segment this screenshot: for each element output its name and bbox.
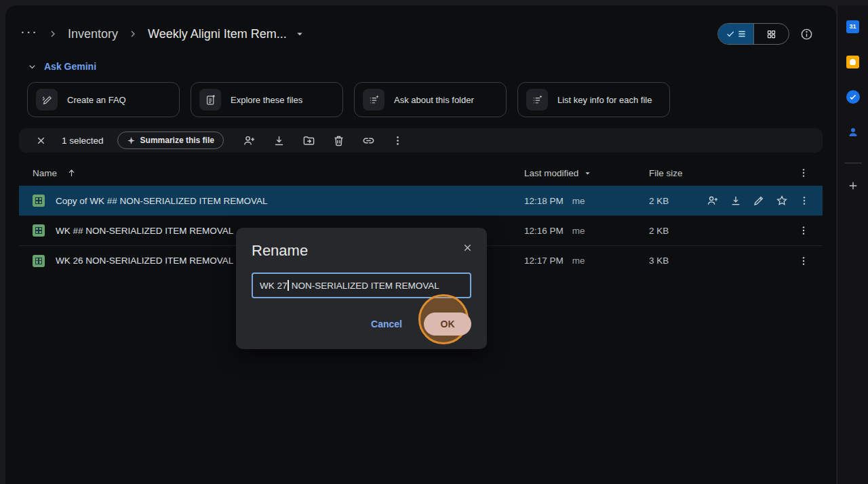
plus-icon	[847, 180, 859, 192]
chip-create-faq[interactable]: Create an FAQ	[27, 82, 180, 117]
pen-spark-icon	[36, 89, 58, 110]
dialog-title: Rename	[252, 242, 308, 260]
selection-toolbar: 1 selected Summarize this file	[19, 128, 823, 153]
view-toggle	[717, 23, 789, 45]
cancel-button[interactable]: Cancel	[371, 319, 402, 329]
star-icon[interactable]	[776, 195, 788, 207]
sparkle-icon	[127, 136, 136, 145]
contacts-app-icon[interactable]	[843, 122, 863, 142]
size-header-label: File size	[649, 168, 683, 178]
download-icon[interactable]	[273, 134, 285, 147]
rename-icon[interactable]	[753, 195, 765, 207]
ask-gemini-toggle[interactable]: Ask Gemini	[27, 61, 96, 72]
file-size: 3 KB	[642, 256, 707, 266]
get-add-ons-button[interactable]	[843, 176, 863, 196]
move-icon[interactable]	[302, 134, 315, 147]
grid-view-button[interactable]	[753, 24, 789, 44]
sort-ascending-icon	[66, 168, 77, 178]
chevron-right-icon	[127, 28, 138, 39]
name-header-label: Name	[33, 168, 57, 178]
file-owner: me	[572, 226, 585, 236]
selection-count: 1 selected	[62, 136, 104, 146]
summarize-label: Summarize this file	[140, 136, 214, 145]
file-size-header[interactable]: File size	[642, 168, 707, 178]
share-icon[interactable]	[243, 134, 256, 147]
sheets-file-icon	[33, 255, 45, 267]
caret-down-icon	[583, 168, 593, 178]
rename-dialog: Rename WK 27 NON-SERIALIZED ITEM REMOVAL…	[236, 228, 487, 349]
more-icon[interactable]	[799, 195, 810, 206]
workspace-side-rail: 31	[837, 5, 868, 484]
file-row-selected[interactable]: Copy of WK ## NON-SERIALIZED ITEM REMOVA…	[19, 186, 823, 216]
link-icon[interactable]	[362, 134, 375, 147]
file-owner: me	[572, 196, 585, 206]
rename-input[interactable]: WK 27 NON-SERIALIZED ITEM REMOVAL	[252, 273, 471, 298]
more-icon[interactable]	[798, 167, 809, 178]
chip-label: Ask about this folder	[394, 95, 474, 105]
breadcrumb-more-button[interactable]: ···	[20, 28, 38, 40]
share-icon[interactable]	[707, 195, 719, 207]
list-view-icon	[737, 29, 747, 39]
summarize-file-button[interactable]: Summarize this file	[117, 132, 224, 149]
input-text-after-cursor: NON-SERIALIZED ITEM REMOVAL	[289, 281, 439, 291]
calendar-app-icon[interactable]: 31	[843, 16, 863, 37]
file-owner: me	[572, 256, 585, 266]
file-modified: 12:18 PMme	[517, 196, 642, 206]
folder-menu-caret-icon[interactable]	[294, 28, 306, 40]
keep-icon	[846, 56, 859, 68]
rail-divider	[844, 163, 862, 163]
breadcrumb-parent[interactable]: Inventory	[68, 27, 118, 41]
input-text-before-cursor: WK 27	[260, 281, 288, 291]
list-view-button[interactable]	[718, 24, 753, 44]
file-spark-icon	[199, 89, 221, 110]
modified-header-label: Last modified	[524, 168, 578, 178]
tasks-icon	[846, 90, 860, 104]
more-icon[interactable]	[392, 135, 403, 146]
last-modified-header[interactable]: Last modified	[517, 168, 642, 178]
check-icon	[726, 29, 735, 39]
chevron-right-icon	[47, 28, 58, 39]
chip-list-key-info[interactable]: List key info for each file	[517, 82, 670, 117]
gemini-suggestion-chips: Create an FAQ Explore these files Ask ab…	[27, 82, 670, 117]
calendar-icon: 31	[846, 20, 859, 33]
sort-by-name-header[interactable]: Name	[33, 168, 517, 178]
list-spark-icon	[526, 89, 548, 110]
row-actions	[798, 256, 809, 266]
grid-view-icon	[766, 29, 776, 39]
chip-explore-files[interactable]: Explore these files	[191, 82, 343, 117]
dialog-buttons: Cancel OK	[371, 312, 471, 336]
close-icon[interactable]	[462, 242, 473, 254]
sheets-file-icon	[33, 195, 45, 207]
clear-selection-button[interactable]	[35, 135, 47, 146]
chevron-down-icon	[27, 62, 37, 72]
ask-gemini-label: Ask Gemini	[44, 61, 96, 72]
chip-ask-folder[interactable]: Ask about this folder	[354, 82, 507, 117]
file-modified: 12:17 PMme	[517, 256, 642, 266]
chip-label: List key info for each file	[557, 95, 652, 105]
list-spark-icon	[363, 89, 384, 110]
row-actions	[798, 225, 809, 236]
more-icon[interactable]	[798, 225, 809, 236]
folder-header: ··· Inventory Weekly Aligni Item Rem...	[20, 19, 825, 49]
ok-button[interactable]: OK	[424, 312, 471, 336]
file-modified: 12:16 PMme	[517, 226, 642, 236]
download-icon[interactable]	[730, 195, 742, 207]
breadcrumb: ··· Inventory Weekly Aligni Item Rem...	[20, 27, 306, 41]
file-name: Copy of WK ## NON-SERIALIZED ITEM REMOVA…	[56, 196, 517, 206]
toolbar-actions	[243, 134, 403, 147]
sheets-file-icon	[33, 224, 45, 237]
file-size: 2 KB	[642, 226, 707, 236]
file-table-header: Name Last modified File size	[19, 161, 823, 184]
delete-icon[interactable]	[332, 134, 345, 147]
row-hover-actions	[707, 195, 810, 207]
keep-app-icon[interactable]	[843, 52, 863, 72]
chip-label: Explore these files	[231, 95, 302, 105]
chip-label: Create an FAQ	[67, 95, 126, 105]
file-size: 2 KB	[642, 196, 707, 206]
info-icon[interactable]	[800, 28, 813, 41]
breadcrumb-current-folder[interactable]: Weekly Aligni Item Rem...	[148, 27, 287, 41]
contacts-icon	[846, 125, 860, 139]
more-icon[interactable]	[798, 256, 809, 266]
tasks-app-icon[interactable]	[843, 87, 863, 107]
